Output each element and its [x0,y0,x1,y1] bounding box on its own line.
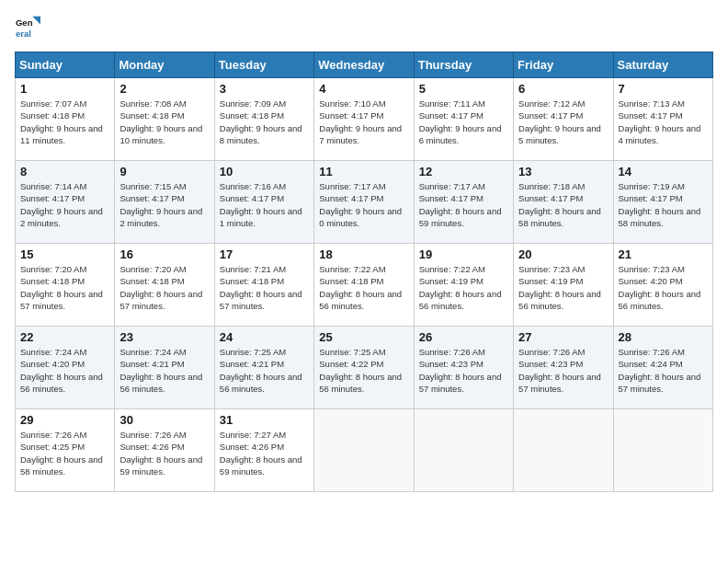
day-info: Sunrise: 7:20 AMSunset: 4:18 PMDaylight:… [20,263,109,312]
day-info: Sunrise: 7:23 AMSunset: 4:20 PMDaylight:… [619,263,708,312]
day-info: Sunrise: 7:22 AMSunset: 4:18 PMDaylight:… [319,263,408,312]
column-header-tuesday: Tuesday [214,52,313,78]
calendar-cell: 21Sunrise: 7:23 AMSunset: 4:20 PMDayligh… [613,244,712,327]
day-info: Sunrise: 7:08 AMSunset: 4:18 PMDaylight:… [119,98,209,146]
day-number: 7 [619,82,708,96]
day-number: 19 [419,247,508,261]
day-info: Sunrise: 7:21 AMSunset: 4:18 PMDaylight:… [220,263,309,312]
day-number: 9 [119,165,209,178]
calendar-cell: 14Sunrise: 7:19 AMSunset: 4:17 PMDayligh… [613,161,712,244]
day-info: Sunrise: 7:17 AMSunset: 4:17 PMDaylight:… [319,180,408,229]
calendar-cell: 23Sunrise: 7:24 AMSunset: 4:21 PMDayligh… [115,327,214,409]
day-info: Sunrise: 7:19 AMSunset: 4:17 PMDaylight:… [619,180,708,229]
day-number: 16 [119,247,209,261]
day-info: Sunrise: 7:26 AMSunset: 4:24 PMDaylight:… [619,346,708,395]
calendar-cell [314,409,414,492]
header: Gen eral [15,15,713,40]
calendar-header-row: SundayMondayTuesdayWednesdayThursdayFrid… [16,52,713,78]
day-info: Sunrise: 7:10 AMSunset: 4:17 PMDaylight:… [319,98,408,146]
calendar-cell: 24Sunrise: 7:25 AMSunset: 4:21 PMDayligh… [214,327,313,409]
day-number: 27 [518,330,608,344]
day-number: 5 [419,82,508,96]
calendar-table: SundayMondayTuesdayWednesdayThursdayFrid… [15,52,713,492]
calendar-cell: 20Sunrise: 7:23 AMSunset: 4:19 PMDayligh… [514,244,613,327]
day-info: Sunrise: 7:16 AMSunset: 4:17 PMDaylight:… [220,180,309,229]
calendar-week-row: 29Sunrise: 7:26 AMSunset: 4:25 PMDayligh… [16,409,713,492]
day-info: Sunrise: 7:26 AMSunset: 4:25 PMDaylight:… [20,429,109,477]
day-info: Sunrise: 7:24 AMSunset: 4:20 PMDaylight:… [20,346,109,395]
calendar-cell: 27Sunrise: 7:26 AMSunset: 4:23 PMDayligh… [514,327,613,409]
day-number: 11 [319,165,408,178]
calendar-cell: 31Sunrise: 7:27 AMSunset: 4:26 PMDayligh… [214,409,313,492]
logo-icon: Gen eral [15,15,40,40]
day-info: Sunrise: 7:18 AMSunset: 4:17 PMDaylight:… [518,180,608,229]
day-number: 2 [119,82,209,96]
day-info: Sunrise: 7:20 AMSunset: 4:18 PMDaylight:… [119,263,209,312]
day-number: 28 [619,330,708,344]
day-number: 3 [220,82,309,96]
calendar-week-row: 1Sunrise: 7:07 AMSunset: 4:18 PMDaylight… [16,78,713,161]
calendar-cell: 7Sunrise: 7:13 AMSunset: 4:17 PMDaylight… [613,78,712,161]
day-info: Sunrise: 7:12 AMSunset: 4:17 PMDaylight:… [518,98,608,146]
calendar-cell: 11Sunrise: 7:17 AMSunset: 4:17 PMDayligh… [314,161,414,244]
day-number: 13 [518,165,608,178]
day-info: Sunrise: 7:07 AMSunset: 4:18 PMDaylight:… [20,98,109,146]
calendar-cell: 9Sunrise: 7:15 AMSunset: 4:17 PMDaylight… [115,161,214,244]
calendar-cell: 3Sunrise: 7:09 AMSunset: 4:18 PMDaylight… [214,78,313,161]
day-number: 31 [220,413,309,427]
calendar-cell: 22Sunrise: 7:24 AMSunset: 4:20 PMDayligh… [16,327,115,409]
day-info: Sunrise: 7:25 AMSunset: 4:22 PMDaylight:… [319,346,408,395]
day-number: 6 [518,82,608,96]
day-number: 25 [319,330,408,344]
day-number: 20 [518,247,608,261]
calendar-cell: 26Sunrise: 7:26 AMSunset: 4:23 PMDayligh… [414,327,513,409]
day-info: Sunrise: 7:13 AMSunset: 4:17 PMDaylight:… [619,98,708,146]
day-number: 4 [319,82,408,96]
calendar-cell [613,409,712,492]
column-header-sunday: Sunday [16,52,115,78]
svg-text:Gen: Gen [16,17,33,28]
column-header-friday: Friday [514,52,613,78]
calendar-cell: 1Sunrise: 7:07 AMSunset: 4:18 PMDaylight… [16,78,115,161]
day-info: Sunrise: 7:27 AMSunset: 4:26 PMDaylight:… [220,429,309,477]
day-info: Sunrise: 7:22 AMSunset: 4:19 PMDaylight:… [419,263,508,312]
calendar-cell: 2Sunrise: 7:08 AMSunset: 4:18 PMDaylight… [115,78,214,161]
day-number: 18 [319,247,408,261]
calendar-week-row: 8Sunrise: 7:14 AMSunset: 4:17 PMDaylight… [16,161,713,244]
day-number: 21 [619,247,708,261]
day-number: 26 [419,330,508,344]
day-number: 22 [20,330,109,344]
calendar-cell: 17Sunrise: 7:21 AMSunset: 4:18 PMDayligh… [214,244,313,327]
column-header-wednesday: Wednesday [314,52,414,78]
calendar-week-row: 15Sunrise: 7:20 AMSunset: 4:18 PMDayligh… [16,244,713,327]
calendar-cell: 19Sunrise: 7:22 AMSunset: 4:19 PMDayligh… [414,244,513,327]
calendar-cell: 16Sunrise: 7:20 AMSunset: 4:18 PMDayligh… [115,244,214,327]
day-number: 17 [220,247,309,261]
calendar-cell: 29Sunrise: 7:26 AMSunset: 4:25 PMDayligh… [16,409,115,492]
day-info: Sunrise: 7:11 AMSunset: 4:17 PMDaylight:… [419,98,508,146]
day-info: Sunrise: 7:26 AMSunset: 4:23 PMDaylight:… [419,346,508,395]
calendar-cell: 13Sunrise: 7:18 AMSunset: 4:17 PMDayligh… [514,161,613,244]
day-number: 14 [619,165,708,178]
day-info: Sunrise: 7:24 AMSunset: 4:21 PMDaylight:… [119,346,209,395]
day-info: Sunrise: 7:23 AMSunset: 4:19 PMDaylight:… [518,263,608,312]
calendar-cell: 6Sunrise: 7:12 AMSunset: 4:17 PMDaylight… [514,78,613,161]
calendar-cell: 12Sunrise: 7:17 AMSunset: 4:17 PMDayligh… [414,161,513,244]
column-header-thursday: Thursday [414,52,513,78]
day-info: Sunrise: 7:09 AMSunset: 4:18 PMDaylight:… [220,98,309,146]
day-number: 29 [20,413,109,427]
day-info: Sunrise: 7:25 AMSunset: 4:21 PMDaylight:… [220,346,309,395]
day-info: Sunrise: 7:26 AMSunset: 4:26 PMDaylight:… [119,429,209,477]
svg-text:eral: eral [16,29,31,39]
day-number: 10 [220,165,309,178]
calendar-cell: 18Sunrise: 7:22 AMSunset: 4:18 PMDayligh… [314,244,414,327]
day-info: Sunrise: 7:17 AMSunset: 4:17 PMDaylight:… [419,180,508,229]
day-number: 30 [119,413,209,427]
calendar-cell: 28Sunrise: 7:26 AMSunset: 4:24 PMDayligh… [613,327,712,409]
day-number: 23 [119,330,209,344]
logo: Gen eral [15,15,44,40]
day-info: Sunrise: 7:26 AMSunset: 4:23 PMDaylight:… [518,346,608,395]
day-number: 15 [20,247,109,261]
calendar-cell: 25Sunrise: 7:25 AMSunset: 4:22 PMDayligh… [314,327,414,409]
day-number: 24 [220,330,309,344]
